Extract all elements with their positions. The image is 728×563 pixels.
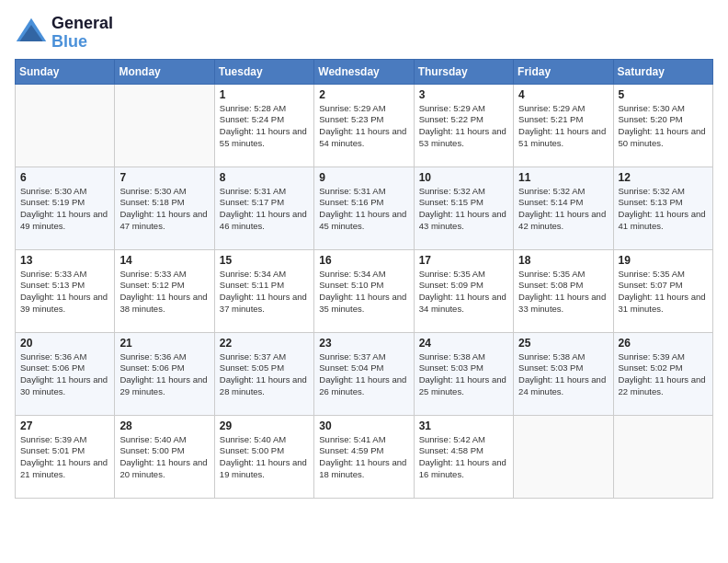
calendar-cell: 2Sunrise: 5:29 AMSunset: 5:23 PMDaylight… <box>314 84 414 167</box>
logo: GeneralBlue <box>15 15 113 52</box>
day-number: 19 <box>619 254 708 267</box>
logo-text: GeneralBlue <box>51 15 113 52</box>
week-row-0: 1Sunrise: 5:28 AMSunset: 5:24 PMDaylight… <box>16 84 713 167</box>
cell-info: Sunrise: 5:39 AMSunset: 5:02 PMDaylight:… <box>619 351 708 398</box>
cell-info: Sunrise: 5:32 AMSunset: 5:15 PMDaylight:… <box>419 186 508 233</box>
day-number: 27 <box>20 419 109 432</box>
calendar-cell: 13Sunrise: 5:33 AMSunset: 5:13 PMDayligh… <box>16 249 115 332</box>
day-number: 25 <box>518 337 608 350</box>
calendar-cell: 23Sunrise: 5:37 AMSunset: 5:04 PMDayligh… <box>314 332 414 415</box>
day-number: 5 <box>619 88 708 101</box>
calendar-cell: 25Sunrise: 5:38 AMSunset: 5:03 PMDayligh… <box>514 332 613 415</box>
calendar-cell: 10Sunrise: 5:32 AMSunset: 5:15 PMDayligh… <box>414 167 513 249</box>
calendar-cell: 30Sunrise: 5:41 AMSunset: 4:59 PMDayligh… <box>314 415 414 498</box>
cell-info: Sunrise: 5:37 AMSunset: 5:05 PMDaylight:… <box>220 351 309 398</box>
calendar-cell: 27Sunrise: 5:39 AMSunset: 5:01 PMDayligh… <box>16 415 115 498</box>
cell-info: Sunrise: 5:39 AMSunset: 5:01 PMDaylight:… <box>20 434 109 481</box>
day-number: 29 <box>220 419 309 432</box>
cell-info: Sunrise: 5:38 AMSunset: 5:03 PMDaylight:… <box>419 351 508 398</box>
day-number: 31 <box>419 419 508 432</box>
day-number: 6 <box>20 171 109 184</box>
calendar-cell: 22Sunrise: 5:37 AMSunset: 5:05 PMDayligh… <box>214 332 313 415</box>
day-number: 20 <box>20 337 109 350</box>
calendar-cell: 3Sunrise: 5:29 AMSunset: 5:22 PMDaylight… <box>414 84 513 167</box>
day-number: 10 <box>419 171 508 184</box>
day-number: 17 <box>419 254 508 267</box>
calendar-table: SundayMondayTuesdayWednesdayThursdayFrid… <box>15 59 713 499</box>
day-number: 24 <box>419 337 508 350</box>
logo-icon <box>15 17 48 50</box>
cell-info: Sunrise: 5:35 AMSunset: 5:07 PMDaylight:… <box>619 269 708 316</box>
cell-info: Sunrise: 5:32 AMSunset: 5:13 PMDaylight:… <box>619 186 708 233</box>
cell-info: Sunrise: 5:36 AMSunset: 5:06 PMDaylight:… <box>119 351 209 398</box>
calendar-cell: 5Sunrise: 5:30 AMSunset: 5:20 PMDaylight… <box>613 84 712 167</box>
day-number: 9 <box>319 171 408 184</box>
calendar-cell: 18Sunrise: 5:35 AMSunset: 5:08 PMDayligh… <box>514 249 613 332</box>
calendar-cell: 9Sunrise: 5:31 AMSunset: 5:16 PMDaylight… <box>314 167 414 249</box>
cell-info: Sunrise: 5:33 AMSunset: 5:13 PMDaylight:… <box>20 269 109 316</box>
calendar-cell: 21Sunrise: 5:36 AMSunset: 5:06 PMDayligh… <box>115 332 214 415</box>
day-header-tuesday: Tuesday <box>214 59 313 84</box>
calendar-cell: 11Sunrise: 5:32 AMSunset: 5:14 PMDayligh… <box>514 167 613 249</box>
day-number: 2 <box>319 88 408 101</box>
week-row-1: 6Sunrise: 5:30 AMSunset: 5:19 PMDaylight… <box>16 167 713 249</box>
cell-info: Sunrise: 5:40 AMSunset: 5:00 PMDaylight:… <box>119 434 209 481</box>
calendar-cell: 4Sunrise: 5:29 AMSunset: 5:21 PMDaylight… <box>514 84 613 167</box>
day-number: 23 <box>319 337 408 350</box>
calendar-cell: 24Sunrise: 5:38 AMSunset: 5:03 PMDayligh… <box>414 332 513 415</box>
calendar-cell: 16Sunrise: 5:34 AMSunset: 5:10 PMDayligh… <box>314 249 414 332</box>
day-header-thursday: Thursday <box>414 59 513 84</box>
day-number: 30 <box>319 419 408 432</box>
day-number: 1 <box>220 88 309 101</box>
calendar-cell: 31Sunrise: 5:42 AMSunset: 4:58 PMDayligh… <box>414 415 513 498</box>
calendar-cell: 29Sunrise: 5:40 AMSunset: 5:00 PMDayligh… <box>214 415 313 498</box>
calendar-cell: 8Sunrise: 5:31 AMSunset: 5:17 PMDaylight… <box>214 167 313 249</box>
calendar-cell: 6Sunrise: 5:30 AMSunset: 5:19 PMDaylight… <box>16 167 115 249</box>
page-header: GeneralBlue <box>15 15 713 52</box>
week-row-4: 27Sunrise: 5:39 AMSunset: 5:01 PMDayligh… <box>16 415 713 498</box>
calendar-cell: 26Sunrise: 5:39 AMSunset: 5:02 PMDayligh… <box>613 332 712 415</box>
calendar-cell: 17Sunrise: 5:35 AMSunset: 5:09 PMDayligh… <box>414 249 513 332</box>
cell-info: Sunrise: 5:33 AMSunset: 5:12 PMDaylight:… <box>119 269 209 316</box>
day-number: 18 <box>518 254 608 267</box>
cell-info: Sunrise: 5:41 AMSunset: 4:59 PMDaylight:… <box>319 434 408 481</box>
cell-info: Sunrise: 5:42 AMSunset: 4:58 PMDaylight:… <box>419 434 508 481</box>
calendar-cell: 1Sunrise: 5:28 AMSunset: 5:24 PMDaylight… <box>214 84 313 167</box>
day-number: 3 <box>419 88 508 101</box>
calendar-cell: 19Sunrise: 5:35 AMSunset: 5:07 PMDayligh… <box>613 249 712 332</box>
cell-info: Sunrise: 5:31 AMSunset: 5:17 PMDaylight:… <box>220 186 309 233</box>
day-header-saturday: Saturday <box>613 59 712 84</box>
cell-info: Sunrise: 5:34 AMSunset: 5:11 PMDaylight:… <box>220 269 309 316</box>
day-number: 13 <box>20 254 109 267</box>
day-number: 8 <box>220 171 309 184</box>
day-number: 28 <box>119 419 209 432</box>
calendar-header-row: SundayMondayTuesdayWednesdayThursdayFrid… <box>16 59 713 84</box>
calendar-cell: 28Sunrise: 5:40 AMSunset: 5:00 PMDayligh… <box>115 415 214 498</box>
cell-info: Sunrise: 5:40 AMSunset: 5:00 PMDaylight:… <box>220 434 309 481</box>
day-number: 14 <box>119 254 209 267</box>
day-number: 21 <box>119 337 209 350</box>
day-number: 4 <box>518 88 608 101</box>
calendar-cell <box>613 415 712 498</box>
day-number: 12 <box>619 171 708 184</box>
day-number: 16 <box>319 254 408 267</box>
calendar-cell <box>16 84 115 167</box>
day-header-monday: Monday <box>115 59 214 84</box>
calendar-cell: 7Sunrise: 5:30 AMSunset: 5:18 PMDaylight… <box>115 167 214 249</box>
calendar-cell: 15Sunrise: 5:34 AMSunset: 5:11 PMDayligh… <box>214 249 313 332</box>
cell-info: Sunrise: 5:30 AMSunset: 5:20 PMDaylight:… <box>619 103 708 150</box>
cell-info: Sunrise: 5:36 AMSunset: 5:06 PMDaylight:… <box>20 351 109 398</box>
cell-info: Sunrise: 5:29 AMSunset: 5:21 PMDaylight:… <box>518 103 608 150</box>
cell-info: Sunrise: 5:29 AMSunset: 5:23 PMDaylight:… <box>319 103 408 150</box>
calendar-cell: 14Sunrise: 5:33 AMSunset: 5:12 PMDayligh… <box>115 249 214 332</box>
calendar-cell <box>115 84 214 167</box>
cell-info: Sunrise: 5:37 AMSunset: 5:04 PMDaylight:… <box>319 351 408 398</box>
cell-info: Sunrise: 5:30 AMSunset: 5:18 PMDaylight:… <box>119 186 209 233</box>
day-header-sunday: Sunday <box>16 59 115 84</box>
cell-info: Sunrise: 5:30 AMSunset: 5:19 PMDaylight:… <box>20 186 109 233</box>
week-row-3: 20Sunrise: 5:36 AMSunset: 5:06 PMDayligh… <box>16 332 713 415</box>
day-number: 22 <box>220 337 309 350</box>
cell-info: Sunrise: 5:35 AMSunset: 5:09 PMDaylight:… <box>419 269 508 316</box>
week-row-2: 13Sunrise: 5:33 AMSunset: 5:13 PMDayligh… <box>16 249 713 332</box>
cell-info: Sunrise: 5:38 AMSunset: 5:03 PMDaylight:… <box>518 351 608 398</box>
